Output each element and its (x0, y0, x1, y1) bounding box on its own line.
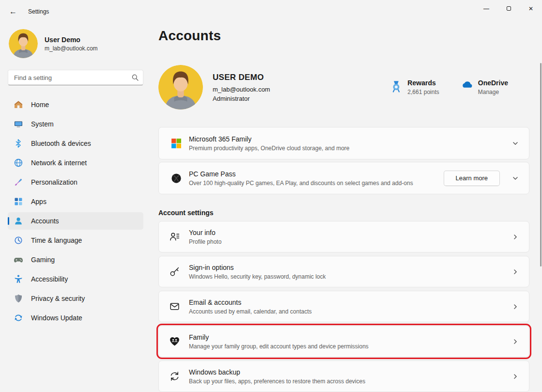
sidebar-item-label: Windows Update (31, 314, 82, 322)
onedrive-link[interactable]: OneDrive Manage (461, 79, 508, 95)
chevron-right-icon (512, 304, 518, 310)
close-icon: ✕ (528, 5, 533, 12)
sidebar-nav: Home System Bluetooth & devices (8, 96, 143, 327)
microsoft-365-card[interactable]: Microsoft 365 Family Premium productivit… (158, 127, 529, 159)
sidebar-item-privacy-security[interactable]: Privacy & security (8, 290, 143, 307)
window-controls: — ✕ (475, 0, 542, 17)
apps-icon (14, 197, 23, 206)
scrollbar-track[interactable] (540, 61, 542, 390)
rewards-title: Rewards (407, 79, 439, 87)
sidebar-item-accounts[interactable]: Accounts (8, 212, 143, 230)
sidebar-item-accessibility[interactable]: Accessibility (8, 270, 143, 288)
sidebar-user-chip[interactable]: User Demo m_lab@outlook.com (8, 28, 143, 58)
sidebar-item-label: Network & internet (31, 159, 87, 167)
windows-backup-card[interactable]: Windows backup Back up your files, apps,… (158, 361, 529, 392)
search-icon[interactable] (131, 74, 139, 81)
learn-more-button[interactable]: Learn more (444, 171, 500, 186)
sidebar-item-label: Home (31, 101, 49, 109)
family-title: Family (189, 333, 369, 341)
family-card[interactable]: Family Manage your family group, edit ac… (158, 326, 529, 357)
close-button[interactable]: ✕ (520, 0, 542, 17)
sidebar-item-time-language[interactable]: Time & language (8, 232, 143, 249)
microsoft-365-subtitle: Premium productivity apps, OneDrive clou… (189, 145, 349, 152)
your-info-card[interactable]: Your info Profile photo (158, 221, 529, 252)
sidebar-item-label: Gaming (31, 256, 55, 264)
sidebar-item-system[interactable]: System (8, 115, 143, 133)
your-info-icon (169, 231, 180, 242)
family-icon (169, 336, 180, 347)
sign-in-options-subtitle: Windows Hello, security key, password, d… (189, 273, 326, 280)
profile-avatar (158, 65, 203, 110)
accessibility-icon (14, 274, 23, 284)
sidebar-item-gaming[interactable]: Gaming (8, 251, 143, 268)
chevron-right-icon (512, 339, 518, 345)
scrollbar-thumb[interactable] (540, 63, 542, 267)
pc-game-pass-title: PC Game Pass (189, 170, 413, 178)
personalization-icon (14, 177, 23, 187)
chevron-right-icon (512, 234, 518, 240)
maximize-button[interactable] (497, 0, 520, 17)
sign-in-options-icon (169, 266, 180, 277)
pc-game-pass-actions: Learn more (444, 171, 518, 186)
home-icon (14, 100, 23, 110)
section-title-account-settings: Account settings (158, 209, 529, 217)
family-subtitle: Manage your family group, edit account t… (189, 343, 369, 350)
microsoft-365-title: Microsoft 365 Family (189, 135, 349, 143)
your-info-text: Your info Profile photo (189, 229, 221, 245)
onedrive-text: OneDrive Manage (478, 79, 508, 95)
microsoft-365-text: Microsoft 365 Family Premium productivit… (189, 135, 349, 152)
search-box (8, 70, 143, 85)
window-title: Settings (28, 8, 49, 15)
privacy-security-icon (14, 294, 23, 303)
rewards-text: Rewards 2,661 points (407, 79, 439, 95)
your-info-subtitle: Profile photo (189, 238, 221, 245)
pc-game-pass-card[interactable]: PC Game Pass Over 100 high-quality PC ga… (158, 162, 529, 194)
page-title: Accounts (158, 28, 529, 44)
main-content: Accounts (151, 23, 542, 392)
sidebar-item-label: Apps (31, 198, 46, 205)
onedrive-icon (461, 80, 473, 93)
rewards-link[interactable]: Rewards 2,661 points (390, 79, 439, 95)
chevron-down-icon[interactable] (512, 175, 518, 181)
windows-backup-subtitle: Back up your files, apps, preferences to… (189, 378, 365, 385)
sidebar-item-label: System (31, 120, 54, 128)
accounts-icon (14, 216, 23, 226)
chevron-right-icon (512, 374, 518, 379)
minimize-button[interactable]: — (475, 0, 497, 17)
sidebar-item-apps[interactable]: Apps (8, 193, 143, 210)
sidebar-user-email: m_lab@outlook.com (45, 45, 98, 52)
gaming-icon (14, 255, 23, 265)
onedrive-manage: Manage (478, 89, 508, 95)
sidebar-item-bluetooth-devices[interactable]: Bluetooth & devices (8, 135, 143, 152)
sidebar-user-info: User Demo m_lab@outlook.com (45, 36, 98, 52)
sidebar-item-label: Accessibility (31, 275, 68, 283)
profile-info: USER DEMO m_lab@outlook.com Administrato… (213, 73, 270, 102)
sidebar-item-label: Time & language (31, 236, 82, 244)
profile-email: m_lab@outlook.com (213, 86, 270, 93)
sidebar-item-personalization[interactable]: Personalization (8, 173, 143, 191)
sign-in-options-card[interactable]: Sign-in options Windows Hello, security … (158, 256, 529, 287)
settings-window: ← Settings — ✕ (0, 0, 542, 392)
microsoft-365-icon (171, 138, 182, 149)
sidebar-item-label: Accounts (31, 217, 59, 225)
system-icon (14, 119, 23, 129)
sidebar-item-network-internet[interactable]: Network & internet (8, 154, 143, 172)
network-icon (14, 158, 23, 168)
email-accounts-subtitle: Accounts used by email, calendar, and co… (189, 308, 311, 315)
family-text: Family Manage your family group, edit ac… (189, 333, 369, 350)
promo-cards: Microsoft 365 Family Premium productivit… (158, 127, 529, 194)
titlebar: ← Settings — ✕ (0, 0, 542, 23)
profile-name: USER DEMO (213, 73, 270, 82)
chevron-down-icon[interactable] (512, 141, 518, 146)
windows-backup-icon (169, 371, 180, 382)
search-input[interactable] (14, 74, 131, 81)
time-language-icon (14, 235, 23, 245)
sidebar-item-home[interactable]: Home (8, 96, 143, 113)
back-button[interactable]: ← (5, 4, 21, 19)
rewards-points: 2,661 points (407, 89, 439, 95)
sidebar-item-label: Privacy & security (31, 295, 85, 302)
sidebar-item-windows-update[interactable]: Windows Update (8, 309, 143, 327)
windows-backup-title: Windows backup (189, 368, 365, 376)
email-accounts-card[interactable]: Email & accounts Accounts used by email,… (158, 291, 529, 322)
quick-links: Rewards 2,661 points OneDrive Manage (390, 79, 508, 95)
